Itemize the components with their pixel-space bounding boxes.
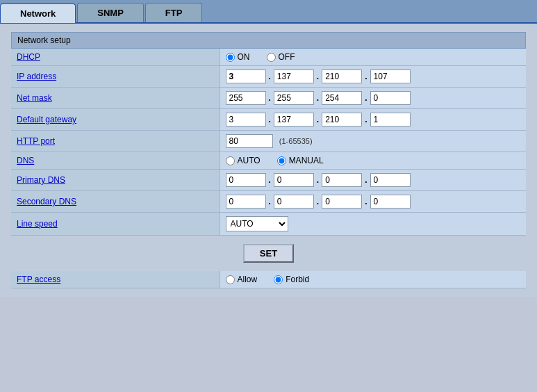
pdns-octet-2[interactable] [274,173,314,187]
http-port-row: HTTP port (1-65535) [11,131,526,152]
sdns-octet-4[interactable] [370,195,411,209]
dhcp-on-radio[interactable] [226,53,235,62]
gw-octet-3[interactable] [322,113,362,126]
pdns-octet-1[interactable] [226,173,266,187]
default-gateway-label[interactable]: Default gateway [17,115,76,124]
dns-auto-label[interactable]: AUTO [226,156,261,165]
ftp-access-row: FTP access Allow Forbid [11,271,526,288]
network-setup-header: Network setup [11,32,526,49]
ip-octet-1[interactable] [226,70,266,83]
gw-octet-1[interactable] [226,113,266,126]
dhcp-radio-group: ON OFF [226,52,521,62]
gw-octet-4[interactable] [370,113,411,126]
primary-dns-label[interactable]: Primary DNS [17,175,65,185]
ftp-allow-radio[interactable] [226,275,235,284]
gw-octet-2[interactable] [274,113,314,126]
dhcp-label[interactable]: DHCP [17,52,40,62]
net-mask-row: Net mask . . . [11,88,526,109]
dns-radio-group: AUTO MANUAL [226,156,521,165]
secondary-dns-label[interactable]: Secondary DNS [17,197,76,206]
mask-octet-3[interactable] [322,91,362,105]
dns-auto-radio[interactable] [226,156,235,165]
primary-dns-group: . . . [226,173,521,187]
main-content: Network setup DHCP ON OFF [0,24,537,297]
http-port-input[interactable] [226,134,273,148]
tab-ftp[interactable]: FTP [145,3,203,22]
ip-address-group: . . . [226,70,521,83]
ftp-forbid-label[interactable]: Forbid [274,275,309,284]
sdns-octet-1[interactable] [226,195,266,209]
http-port-range: (1-65535) [279,137,313,145]
ip-octet-2[interactable] [274,70,314,83]
ip-address-label[interactable]: IP address [17,72,56,81]
ip-octet-3[interactable] [322,70,362,83]
dns-manual-radio[interactable] [277,156,286,165]
mask-octet-4[interactable] [370,91,411,105]
ftp-access-radio-group: Allow Forbid [226,275,521,284]
ftp-allow-label[interactable]: Allow [226,275,258,284]
primary-dns-row: Primary DNS . . . [11,170,526,191]
secondary-dns-row: Secondary DNS . . . [11,191,526,213]
sdns-octet-2[interactable] [274,195,314,209]
tab-snmp[interactable]: SNMP [77,3,144,22]
ftp-access-label[interactable]: FTP access [17,275,60,284]
dns-manual-label[interactable]: MANUAL [277,156,324,165]
dhcp-off-radio[interactable] [267,53,276,62]
net-mask-group: . . . [226,91,521,105]
set-button-container: SET [11,244,526,263]
line-speed-row: Line speed AUTO 10M Half 10M Full 100M H… [11,213,526,236]
line-speed-select[interactable]: AUTO 10M Half 10M Full 100M Half 100M Fu… [226,216,288,231]
pdns-octet-4[interactable] [370,173,411,187]
dhcp-on-label[interactable]: ON [226,52,250,62]
tab-network[interactable]: Network [0,3,76,23]
sdns-octet-3[interactable] [322,195,362,209]
pdns-octet-3[interactable] [322,173,362,187]
ip-octet-4[interactable] [370,70,411,83]
net-mask-label[interactable]: Net mask [17,93,52,103]
dhcp-row: DHCP ON OFF [11,49,526,66]
mask-octet-2[interactable] [274,91,314,105]
mask-octet-1[interactable] [226,91,266,105]
ftp-access-table: FTP access Allow Forbid [11,271,526,288]
gateway-group: . . . [226,113,521,126]
http-port-label[interactable]: HTTP port [17,136,55,146]
dns-label[interactable]: DNS [17,156,34,165]
secondary-dns-group: . . . [226,195,521,209]
network-form-table: DHCP ON OFF IP address [11,49,526,236]
dhcp-off-label[interactable]: OFF [267,52,295,62]
line-speed-label[interactable]: Line speed [17,219,58,229]
dns-row: DNS AUTO MANUAL [11,152,526,170]
ftp-forbid-radio[interactable] [274,275,283,284]
tab-bar: Network SNMP FTP [0,0,537,24]
set-button[interactable]: SET [243,244,294,263]
ip-address-row: IP address . . . [11,66,526,88]
default-gateway-row: Default gateway . . . [11,109,526,131]
